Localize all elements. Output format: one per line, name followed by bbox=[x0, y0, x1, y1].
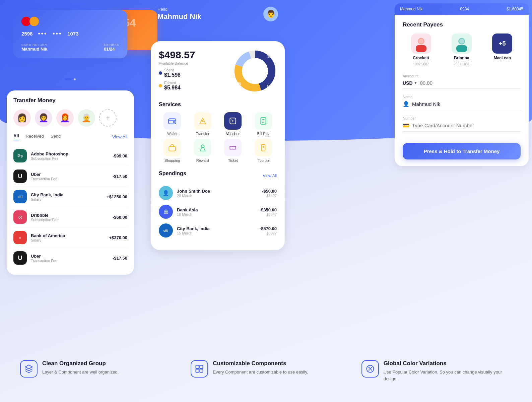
right-top-user: Mahmud Nik bbox=[400, 7, 422, 11]
spend-name: City Bank, India bbox=[177, 226, 260, 231]
user-avatar: 👨 bbox=[263, 7, 278, 21]
name-input[interactable] bbox=[412, 101, 521, 107]
account-number-input[interactable] bbox=[412, 123, 521, 128]
payee-brionna[interactable]: Brionna 2561 1881 bbox=[443, 34, 480, 66]
more-count: +5 bbox=[499, 40, 506, 47]
feature-title-2: Customizable Components bbox=[213, 360, 308, 367]
reward-svg-icon bbox=[198, 143, 207, 152]
earned-label: Earned bbox=[164, 81, 181, 85]
spend-main: -$350.00 bbox=[260, 207, 277, 212]
right-panel: Mahmud Nik 0934 $1.60045 Recent Payees C… bbox=[391, 0, 532, 170]
service-topup[interactable]: Top up bbox=[250, 139, 277, 162]
trans-sub: Subscription Fee bbox=[31, 156, 113, 160]
john-avatar: 👤 bbox=[159, 186, 173, 200]
trans-sub: Salary bbox=[31, 197, 107, 201]
spend-main: -$570.00 bbox=[260, 226, 277, 231]
tab-send[interactable]: Send bbox=[51, 134, 61, 140]
trans-info: Uber Transaction Fee bbox=[31, 172, 113, 181]
name-label: Name bbox=[403, 95, 521, 99]
transfer-label: Transfer bbox=[196, 132, 209, 136]
topup-label: Top up bbox=[258, 158, 269, 162]
feature-text-1: Clean Organized Group Layer & Component … bbox=[42, 360, 119, 376]
trans-sub: Salary bbox=[31, 238, 109, 242]
tab-all[interactable]: All bbox=[13, 133, 19, 140]
service-wallet[interactable]: Wallet bbox=[159, 112, 186, 136]
transfer-svg-icon bbox=[198, 117, 207, 125]
left-panel: 2598 ••• ••• 1073 CARD HOLDER Mahmud Nik… bbox=[0, 0, 141, 281]
center-panel: Hello! Mahmud Nik 👨 $498.57 Available Ba… bbox=[147, 0, 288, 250]
avatar-3[interactable]: 👩‍🦰 bbox=[56, 109, 74, 127]
balance-label: Available Balance bbox=[159, 61, 195, 65]
trans-name: Dribbble bbox=[31, 213, 113, 218]
spend-info: City Bank, India 15 March bbox=[177, 226, 260, 235]
spend-main: -$50.00 bbox=[262, 189, 277, 194]
svg-rect-18 bbox=[456, 45, 467, 52]
service-shopping[interactable]: Shopping bbox=[159, 139, 186, 162]
trans-amount: -$17.50 bbox=[113, 256, 127, 261]
crockett-number: 1007 9087 bbox=[413, 62, 429, 66]
transfer-icon-box bbox=[194, 112, 211, 130]
amount-input[interactable] bbox=[420, 80, 521, 86]
bank-asia-avatar: 🏦 bbox=[159, 205, 173, 219]
avatar-1[interactable]: 👩 bbox=[13, 109, 31, 127]
spend-sub: $5547 bbox=[260, 212, 277, 216]
service-ticket[interactable]: Ticket bbox=[219, 139, 247, 162]
adobe-icon: Ps bbox=[13, 149, 27, 162]
service-voucher[interactable]: Voucher bbox=[219, 112, 247, 136]
transfer-money-button[interactable]: Press & Hold to Transfer Money bbox=[403, 143, 521, 159]
trans-amount: -$60.00 bbox=[113, 215, 127, 220]
spendings-view-all[interactable]: View All bbox=[263, 174, 277, 178]
spent-dot bbox=[159, 71, 162, 75]
card-holder-label: CARD HOLDER bbox=[21, 43, 47, 47]
svg-point-19 bbox=[459, 39, 464, 44]
svg-rect-5 bbox=[169, 119, 176, 124]
amount-input-row: USD ▼ bbox=[403, 80, 521, 89]
billpay-label: Bill Pay bbox=[257, 132, 269, 136]
feature-desc-2: Every Component are customizable to use … bbox=[213, 369, 308, 376]
payee-crockett[interactable]: Crockett 1007 9087 bbox=[403, 34, 439, 66]
currency-select[interactable]: USD ▼ bbox=[403, 80, 417, 86]
tab-received[interactable]: Received bbox=[26, 134, 44, 140]
trans-info: City Bank, India Salary bbox=[31, 192, 107, 201]
service-transfer[interactable]: Transfer bbox=[189, 112, 216, 136]
feature-title-3: Global Color Variations bbox=[384, 360, 512, 367]
amount-form-section: Ammount USD ▼ bbox=[403, 74, 521, 89]
svg-rect-21 bbox=[200, 365, 203, 368]
crockett-name: Crockett bbox=[413, 56, 429, 60]
trans-amount: -$99.00 bbox=[113, 153, 127, 158]
avatar-4[interactable]: 🧑‍🦳 bbox=[78, 109, 95, 127]
svg-rect-20 bbox=[196, 365, 199, 368]
card-icon: 💳 bbox=[403, 122, 409, 129]
indicator-dot bbox=[74, 78, 76, 80]
shopping-icon-box bbox=[163, 139, 181, 156]
table-row: citi City Bank, India Salary +$1250.00 bbox=[13, 187, 127, 207]
table-row: ⊙ Dribbble Subscription Fee -$60.00 bbox=[13, 207, 127, 227]
trans-info: Adobe Photoshop Subscription Fee bbox=[31, 151, 113, 160]
service-billpay[interactable]: Bill Pay bbox=[250, 112, 277, 136]
uber-icon: U bbox=[13, 170, 27, 183]
svg-point-4 bbox=[242, 58, 268, 84]
spending-item-john: 👤 John Smith Doe 20 March -$50.00 $5497 bbox=[159, 186, 277, 200]
feature-title-1: Clean Organized Group bbox=[42, 360, 119, 367]
billpay-icon-box bbox=[255, 112, 272, 130]
spend-date: 20 March bbox=[177, 194, 262, 198]
avatar-2[interactable]: 👩‍🦱 bbox=[35, 109, 52, 127]
wallet-icon-box bbox=[163, 112, 181, 130]
layers-svg bbox=[24, 364, 34, 374]
amount-label: Ammount bbox=[403, 74, 521, 78]
view-all-link[interactable]: View All bbox=[112, 134, 127, 139]
topup-icon-box bbox=[255, 139, 272, 156]
currency-value: USD bbox=[403, 80, 413, 86]
center-header: Hello! Mahmud Nik 👨 bbox=[147, 0, 288, 21]
feature-desc-1: Layer & Component are well organized. bbox=[42, 369, 119, 376]
right-top-code: 0934 bbox=[460, 7, 469, 11]
add-contact-button[interactable]: + bbox=[99, 109, 117, 127]
brionna-name: Brionna bbox=[454, 56, 469, 60]
wallet-svg-icon bbox=[168, 117, 177, 125]
center-user-name: Mahmud Nik bbox=[157, 12, 278, 21]
service-reward[interactable]: Reward bbox=[189, 139, 216, 162]
payee-maclean[interactable]: +5 MacLean bbox=[484, 34, 521, 66]
trans-name: Uber bbox=[31, 172, 113, 177]
more-payees-avatar: +5 bbox=[492, 34, 512, 54]
svg-point-27 bbox=[368, 370, 370, 371]
